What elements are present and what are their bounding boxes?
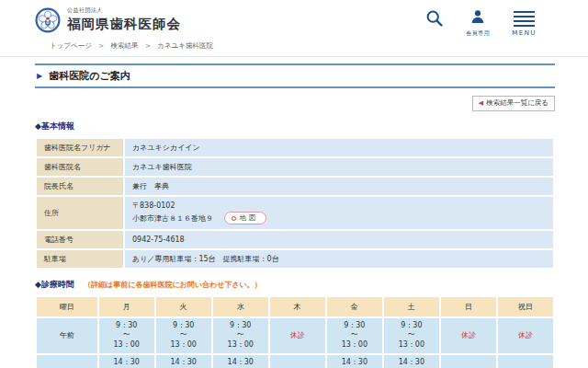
row-value: カネユキシカイイン [124, 138, 554, 157]
search-button[interactable] [425, 9, 444, 33]
row-label: 電話番号 [36, 230, 124, 249]
person-icon [470, 9, 485, 28]
back-arrow-icon: ◀ [479, 99, 483, 107]
col-header: 祝日 [497, 296, 554, 317]
schedule-cell: 9：30 〜 13：00 [212, 317, 269, 354]
page-title-bar: ▶ 歯科医院のご案内 [35, 63, 555, 88]
org-name: 福岡県歯科医師会 [67, 16, 181, 33]
breadcrumb-separator: > [145, 42, 151, 50]
schedule-cell: 14：30 〜 19：00 [155, 354, 212, 368]
row-label: 歯科医院名フリガナ [36, 138, 124, 157]
breadcrumb-item-home[interactable]: トップページ [50, 41, 92, 50]
schedule-cell: 9：30 〜 13：00 [326, 317, 383, 354]
schedule-row-label: 午後 [36, 354, 98, 368]
schedule-row-morning: 午前 9：30 〜 13：00 9：30 〜 13：00 9：30 〜 1 [36, 317, 554, 354]
table-row: 電話番号 0942-75-4618 [36, 230, 554, 249]
breadcrumb-separator: > [98, 42, 104, 50]
org-type: 公益社団法人 [67, 6, 181, 15]
member-area-button[interactable]: 会員専用 [466, 9, 490, 38]
row-label: 院長氏名 [36, 177, 124, 196]
schedule-cell-closed: 休診 [269, 317, 326, 354]
row-label: 歯科医院名 [36, 157, 124, 177]
back-button-label: 検索結果一覧に戻る [486, 98, 548, 108]
basic-info-table: 歯科医院名フリガナ カネユキシカイイン 歯科医院名 カネユキ歯科医院 院長氏名 … [35, 137, 555, 270]
basic-info-heading: ◆基本情報 [35, 121, 555, 132]
menu-button[interactable]: MENU [512, 9, 537, 37]
page-title: 歯科医院のご案内 [49, 69, 130, 83]
schedule-cell-closed: 休診 [440, 317, 497, 354]
row-value: 兼行 孝典 [124, 177, 554, 196]
page-root: 公益社団法人 福岡県歯科医師会 [0, 0, 588, 368]
col-header: 火 [155, 296, 212, 317]
col-header: 月 [98, 296, 155, 317]
schedule-cell: 9：30 〜 13：00 [155, 317, 212, 354]
brand[interactable]: 公益社団法人 福岡県歯科医師会 [35, 6, 181, 33]
back-to-results-button[interactable]: ◀ 検索結果一覧に戻る [472, 96, 555, 111]
search-icon [425, 9, 444, 33]
schedule-cell-closed: 休診 [497, 354, 554, 368]
schedule-row-label: 午前 [36, 317, 98, 354]
table-row-address: 住所 〒838-0102 小郡市津古８１６番地９ 地図 [36, 196, 554, 230]
schedule-cell: 14：30 〜 19：00 [98, 354, 155, 368]
schedule-heading-title: ◆診療時間 [35, 280, 74, 289]
col-header: 木 [269, 296, 326, 317]
breadcrumb-item-results[interactable]: 検索結果 [111, 41, 139, 50]
row-label: 住所 [36, 196, 124, 230]
row-value-address: 〒838-0102 小郡市津古８１６番地９ 地図 [124, 196, 554, 230]
back-row: ◀ 検索結果一覧に戻る [35, 91, 555, 111]
schedule-heading-note: （詳細は事前に各歯科医院にお問い合わせ下さい。） [84, 281, 262, 289]
schedule-heading: ◆診療時間 （詳細は事前に各歯科医院にお問い合わせ下さい。） [35, 279, 555, 291]
main-content: ▶ 歯科医院のご案内 ◀ 検索結果一覧に戻る ◆基本情報 歯科医院名フリガナ カ… [0, 63, 588, 368]
schedule-header-row: 曜日 月 火 水 木 金 土 日 祝日 [36, 296, 554, 317]
triangle-bullet-icon: ▶ [37, 72, 42, 80]
table-row: 駐車場 あり／専用駐車場：15台 提携駐車場：0台 [36, 249, 554, 269]
breadcrumb: トップページ > 検索結果 > カネユキ歯科医院 [0, 39, 588, 57]
col-header: 水 [212, 296, 269, 317]
site-header: 公益社団法人 福岡県歯科医師会 [0, 0, 588, 39]
schedule-cell-closed: 休診 [497, 317, 554, 354]
row-value-phone: 0942-75-4618 [124, 230, 554, 249]
address-text: 小郡市津古８１６番地９ [132, 214, 213, 223]
org-logo-icon [35, 7, 61, 33]
header-actions: 会員専用 MENU [425, 9, 537, 38]
map-marker-icon [232, 216, 236, 221]
brand-text: 公益社団法人 福岡県歯科医師会 [67, 6, 181, 33]
schedule-row-afternoon: 午後 14：30 〜 19：00 14：30 〜 19：00 14：30 〜 [36, 354, 554, 368]
col-header: 日 [440, 296, 497, 317]
col-header: 曜日 [36, 296, 98, 317]
schedule-cell: 14：30 〜 19：00 [383, 354, 440, 368]
table-row: 歯科医院名フリガナ カネユキシカイイン [36, 138, 554, 157]
map-button[interactable]: 地図 [224, 212, 266, 224]
schedule-cell-closed: 休診 [440, 354, 497, 368]
schedule-table: 曜日 月 火 水 木 金 土 日 祝日 午前 9：30 〜 1 [35, 295, 555, 368]
schedule-cell-closed: 休診 [269, 354, 326, 368]
row-value: カネユキ歯科医院 [124, 157, 554, 177]
schedule-cell: 14：30 〜 19：00 [212, 354, 269, 368]
member-area-label: 会員専用 [466, 29, 490, 38]
hamburger-icon [514, 9, 535, 27]
postal-code: 〒838-0102 [132, 201, 546, 213]
schedule-cell: 9：30 〜 13：00 [383, 317, 440, 354]
table-row: 院長氏名 兼行 孝典 [36, 177, 554, 196]
address-line: 小郡市津古８１６番地９ 地図 [132, 212, 546, 224]
breadcrumb-item-clinic: カネユキ歯科医院 [157, 41, 213, 50]
menu-label: MENU [512, 29, 537, 37]
row-label: 駐車場 [36, 249, 124, 269]
map-button-label: 地図 [240, 213, 259, 223]
schedule-cell: 14：30 〜 19：00 [326, 354, 383, 368]
col-header: 金 [326, 296, 383, 317]
table-row: 歯科医院名 カネユキ歯科医院 [36, 157, 554, 177]
row-value: あり／専用駐車場：15台 提携駐車場：0台 [124, 249, 554, 269]
col-header: 土 [383, 296, 440, 317]
schedule-cell: 9：30 〜 13：00 [98, 317, 155, 354]
